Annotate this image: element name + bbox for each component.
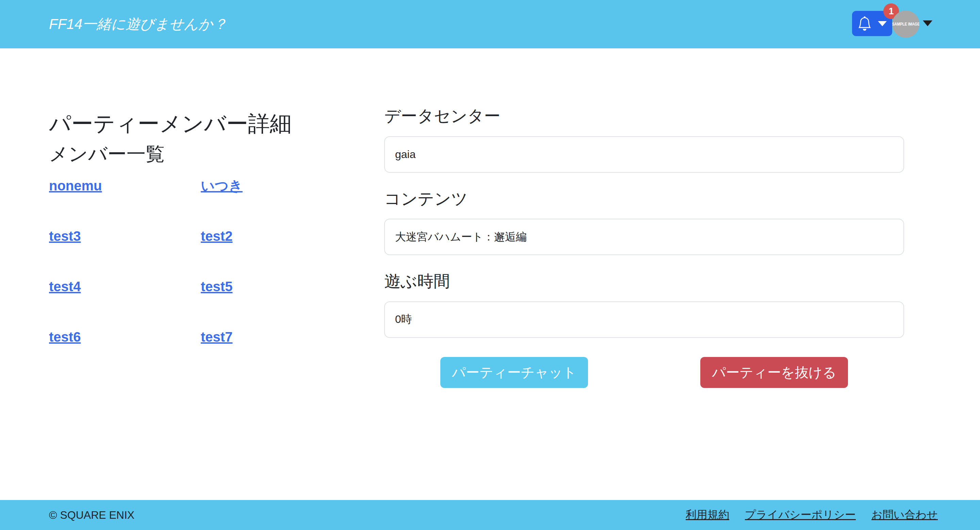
privacy-policy-link[interactable]: プライバシーポリシー [745, 508, 856, 522]
datacenter-field[interactable]: gaia [384, 136, 904, 173]
main-content: パーティーメンバー詳細 メンバー一覧 nonemu いつき test3 test… [0, 48, 980, 388]
member-link[interactable]: nonemu [49, 177, 102, 194]
content-label: コンテンツ [384, 189, 904, 209]
page: FF14一緒に遊びませんか？ 1 SAMPLE IMAGE パーティーメンバー詳… [0, 0, 980, 530]
terms-link[interactable]: 利用規約 [686, 508, 729, 522]
member-link[interactable]: test5 [201, 278, 232, 295]
footer: © SQUARE ENIX 利用規約 プライバシーポリシー お問い合わせ [0, 500, 980, 530]
member-link[interactable]: test4 [49, 278, 81, 295]
leave-button-wrap: パーティーを抜ける [644, 357, 904, 388]
party-chat-button[interactable]: パーティーチャット [440, 357, 588, 388]
user-menu-chevron-down-icon[interactable] [923, 21, 932, 26]
chevron-down-icon [878, 21, 887, 26]
actions-row: パーティーチャット パーティーを抜ける [384, 357, 904, 388]
member-link[interactable]: test2 [201, 228, 232, 244]
member-link[interactable]: test3 [49, 228, 81, 244]
member-link[interactable]: test7 [201, 329, 232, 345]
members-panel: パーティーメンバー詳細 メンバー一覧 nonemu いつき test3 test… [49, 48, 384, 388]
datacenter-label: データセンター [384, 106, 904, 126]
member-link[interactable]: test6 [49, 329, 81, 345]
copyright-text: © SQUARE ENIX [49, 509, 134, 522]
page-title: パーティーメンバー詳細 [49, 111, 384, 137]
contact-link[interactable]: お問い合わせ [872, 508, 938, 522]
avatar-label: SAMPLE IMAGE [892, 22, 920, 27]
member-link[interactable]: いつき [201, 177, 243, 194]
playtime-field[interactable]: 0時 [384, 302, 904, 338]
members-subtitle: メンバー一覧 [49, 142, 384, 165]
footer-links: 利用規約 プライバシーポリシー お問い合わせ [686, 508, 938, 522]
member-list: nonemu いつき test3 test2 test4 test5 test6… [49, 177, 384, 345]
party-details-panel: データセンター gaia コンテンツ 大迷宮バハムート：邂逅編 遊ぶ時間 0時 … [384, 48, 904, 388]
leave-party-button[interactable]: パーティーを抜ける [700, 357, 848, 388]
bell-icon [858, 16, 872, 31]
brand-title[interactable]: FF14一緒に遊びませんか？ [49, 0, 227, 48]
content-field[interactable]: 大迷宮バハムート：邂逅編 [384, 219, 904, 255]
chat-button-wrap: パーティーチャット [384, 357, 644, 388]
header: FF14一緒に遊びませんか？ 1 SAMPLE IMAGE [0, 0, 980, 48]
playtime-label: 遊ぶ時間 [384, 271, 904, 291]
avatar[interactable]: SAMPLE IMAGE [892, 11, 920, 38]
